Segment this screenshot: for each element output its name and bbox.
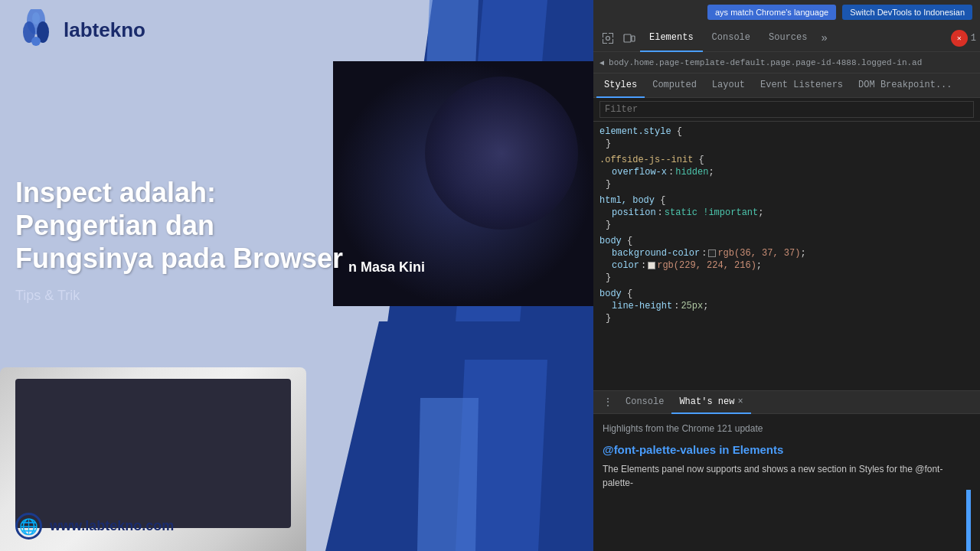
- subtab-computed[interactable]: Computed: [645, 73, 704, 98]
- subtab-layout[interactable]: Layout: [704, 73, 753, 98]
- switch-devtools-button[interactable]: Switch DevTools to Indonesian: [842, 5, 972, 20]
- css-rules-panel: element.style { } .offside-js--init { ov…: [593, 122, 980, 390]
- css-property-background-color: background-color: rgb(36, 37, 37);: [599, 247, 974, 259]
- css-property-line-height: line-height: 25px;: [599, 300, 974, 312]
- css-rule-body-colors: body { background-color: rgb(36, 37, 37)…: [593, 234, 980, 285]
- color-swatch: [648, 262, 655, 269]
- more-tabs-icon[interactable]: »: [816, 32, 831, 44]
- css-selector-html-body: html, body {: [599, 195, 974, 206]
- css-selector-body-1: body {: [599, 236, 974, 246]
- svg-rect-7: [632, 36, 635, 41]
- css-property-overflow-x: overflow-x: hidden;: [599, 166, 974, 178]
- subtab-event-listeners[interactable]: Event Listeners: [753, 73, 851, 98]
- svg-rect-6: [624, 34, 631, 42]
- css-rule-body-line-height: body { line-height: 25px; }: [593, 287, 980, 326]
- feature-title: @font-palette-values in Elements: [603, 443, 971, 456]
- svg-point-5: [606, 36, 610, 40]
- article-category: Tips & Trik: [15, 288, 343, 304]
- match-language-button[interactable]: ays match Chrome's language: [707, 5, 836, 20]
- content-hero: n Masa Kini: [333, 61, 593, 306]
- devtools-subtabs: Styles Computed Layout Event Listeners D…: [593, 73, 980, 98]
- svg-point-4: [32, 12, 40, 24]
- selector-arrow-icon: ◀: [599, 58, 604, 67]
- bottom-panel-tabs: ⋮ Console What's new ×: [593, 391, 980, 414]
- css-filter-input[interactable]: [599, 101, 974, 118]
- subtab-dom-breakpoints[interactable]: DOM Breakpoint...: [851, 73, 959, 98]
- logo-icon: [15, 9, 57, 51]
- logo-container: labtekno: [15, 9, 145, 51]
- svg-point-3: [31, 37, 41, 46]
- css-brace-close-2: }: [599, 178, 974, 191]
- laptop-screen: [15, 379, 291, 528]
- deco-bottom-shape-3: [417, 398, 479, 551]
- feature-accent-bar: [966, 490, 971, 551]
- bottom-tab-console[interactable]: Console: [618, 391, 671, 414]
- css-property-position: position: static !important;: [599, 207, 974, 219]
- css-brace-close-4: }: [599, 272, 974, 284]
- css-selector-element-style: element.style {: [599, 126, 974, 137]
- css-selector-body-2: body {: [599, 289, 974, 299]
- background-color-swatch: [708, 249, 716, 257]
- highlights-text: Highlights from the Chrome 121 update: [603, 423, 971, 434]
- css-property-color: color: rgb(229, 224, 216);: [599, 259, 974, 272]
- css-selector-offside: .offside-js--init {: [599, 155, 974, 165]
- footer-url: www.labtekno.com: [50, 518, 174, 534]
- globe-icon: 🌐: [15, 513, 42, 540]
- devtools-close-button[interactable]: ✕: [951, 30, 968, 47]
- devtools-filter-bar: [593, 98, 980, 122]
- css-rule-element-style: element.style { }: [593, 125, 980, 152]
- tab-elements[interactable]: Elements: [640, 24, 703, 52]
- article-title: Inspect adalah:Pengertian danFungsinya p…: [15, 176, 343, 276]
- webpage-content: labtekno n Masa Kini Inspect adalah:Peng…: [0, 0, 593, 551]
- css-brace-close-5: }: [599, 312, 974, 324]
- devtools-main-tabs: Elements Console Sources » ✕ 1: [593, 24, 980, 52]
- selector-text: body.home.page-template-default.page.pag…: [609, 58, 922, 67]
- bottom-content-wrapper: Highlights from the Chrome 121 update @f…: [603, 423, 971, 490]
- devtools-panel: ays match Chrome's language Switch DevTo…: [593, 0, 980, 551]
- devtools-selector-bar: ◀ body.home.page-template-default.page.p…: [593, 52, 980, 73]
- article-content: Inspect adalah:Pengertian danFungsinya p…: [15, 176, 343, 304]
- logo-text: labtekno: [64, 18, 145, 42]
- devtools-tab-number: 1: [971, 33, 976, 44]
- css-rule-offside: .offside-js--init { overflow-x: hidden; …: [593, 153, 980, 192]
- css-rule-html-body: html, body { position: static !important…: [593, 194, 980, 233]
- site-footer: 🌐 www.labtekno.com: [15, 513, 174, 540]
- hero-image-circle: [425, 77, 578, 230]
- bottom-menu-icon[interactable]: ⋮: [598, 396, 618, 409]
- whats-new-content: Highlights from the Chrome 121 update @f…: [593, 414, 980, 551]
- css-brace-close: }: [599, 138, 974, 150]
- feature-description: The Elements panel now supports and show…: [603, 462, 971, 490]
- css-brace-close-3: }: [599, 219, 974, 231]
- devtools-bottom-panel: ⋮ Console What's new × Highlights from t…: [593, 390, 980, 551]
- subtab-styles[interactable]: Styles: [596, 73, 645, 98]
- tab-console[interactable]: Console: [703, 24, 760, 52]
- device-toolbar-icon[interactable]: [619, 28, 640, 49]
- tab-sources[interactable]: Sources: [760, 24, 816, 52]
- devtools-notification-bar: ays match Chrome's language Switch DevTo…: [593, 0, 980, 24]
- inspect-element-icon[interactable]: [597, 28, 619, 49]
- hero-text-overlay: n Masa Kini: [348, 259, 425, 276]
- close-whats-new-tab[interactable]: ×: [737, 396, 743, 407]
- bottom-tab-whats-new[interactable]: What's new ×: [671, 391, 750, 414]
